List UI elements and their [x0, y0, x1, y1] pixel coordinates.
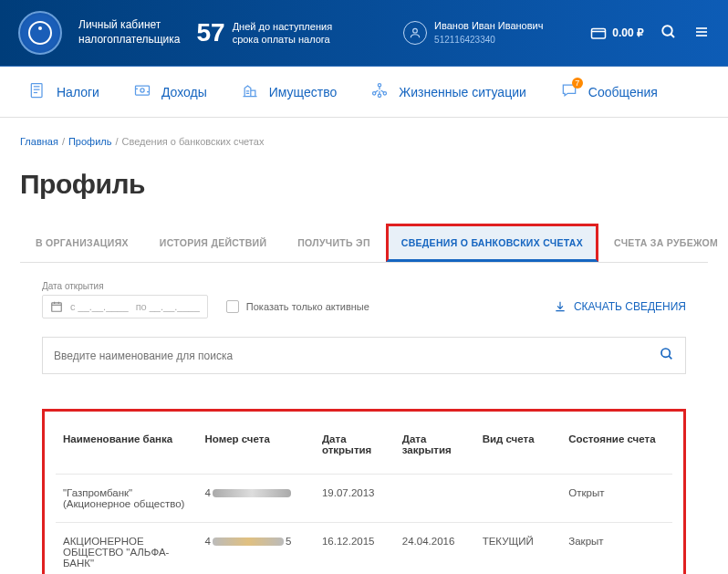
search-input[interactable]	[54, 350, 660, 362]
user-id: 512116423340	[434, 34, 543, 47]
search-submit[interactable]	[660, 347, 674, 364]
date-range-input[interactable]: с __.__.____ по __.__.____	[42, 295, 208, 318]
nav-taxes-label: Налоги	[57, 85, 99, 99]
table-row: "Газпромбанк" (Акционерное общество) 4 1…	[56, 475, 672, 523]
acct-prefix: 4	[204, 487, 210, 498]
th-open: Дата открытия	[315, 424, 395, 475]
menu-button[interactable]	[693, 25, 710, 42]
messages-icon: 7	[559, 81, 579, 102]
th-account: Номер счета	[197, 424, 314, 475]
cabinet-line2: налогоплательщика	[78, 33, 180, 47]
tax-countdown: 57 Дней до наступления срока оплаты нало…	[196, 18, 332, 47]
svg-point-0	[413, 28, 418, 33]
calendar-icon	[50, 300, 63, 313]
table-row: АКЦИОНЕРНОЕ ОБЩЕСТВО "АЛЬФА-БАНК" 45 16.…	[56, 523, 672, 575]
date-from: с __.__.____	[70, 301, 129, 312]
hamburger-icon	[693, 25, 710, 39]
nav-messages[interactable]: 7 Сообщения	[543, 67, 674, 117]
search-icon	[660, 24, 677, 40]
countdown-line2: срока оплаты налога	[233, 33, 332, 46]
cell-bank: "Газпромбанк" (Акционерное общество)	[56, 475, 197, 523]
fns-logo	[18, 11, 62, 55]
accounts-table: Наименование банка Номер счета Дата откр…	[56, 424, 672, 574]
main-nav: Налоги Доходы Имущество Жизненные ситуац…	[0, 67, 728, 118]
situations-icon	[369, 81, 390, 102]
nav-property-label: Имущество	[269, 85, 337, 99]
user-icon	[403, 21, 427, 45]
tab-abroad[interactable]: СЧЕТА ЗА РУБЕЖОМ	[598, 224, 728, 262]
th-close: Дата закрытия	[395, 424, 475, 475]
accounts-table-wrap: Наименование банка Номер счета Дата откр…	[42, 409, 686, 574]
checkbox-icon	[226, 300, 239, 313]
svg-point-12	[140, 89, 144, 92]
page-title: Профиль	[20, 169, 708, 200]
svg-line-24	[669, 356, 671, 359]
cell-close: 24.04.2016	[395, 523, 475, 575]
acct-suffix: 5	[286, 536, 291, 547]
filters-row: Дата открытия с __.__.____ по __.__.____…	[20, 276, 708, 331]
top-header: Личный кабинет налогоплательщика 57 Дней…	[0, 0, 728, 67]
profile-tabs: В ОРГАНИЗАЦИЯХ ИСТОРИЯ ДЕЙСТВИЙ ПОЛУЧИТЬ…	[20, 224, 708, 263]
cell-open: 19.07.2013	[315, 475, 395, 523]
cell-type: ТЕКУЩИЙ	[475, 523, 562, 575]
th-status: Состояние счета	[561, 424, 672, 475]
cell-status: Открыт	[561, 475, 672, 523]
cabinet-line1: Личный кабинет	[78, 18, 180, 33]
nav-income-label: Доходы	[161, 85, 207, 99]
user-info: Иванов Иван Иванович 512116423340	[434, 19, 543, 46]
svg-point-23	[661, 349, 670, 357]
search-box	[42, 337, 686, 374]
date-filter-label: Дата открытия	[42, 281, 208, 291]
cell-close	[395, 475, 475, 523]
cell-status: Закрыт	[561, 523, 672, 575]
property-icon	[240, 81, 260, 102]
tab-history[interactable]: ИСТОРИЯ ДЕЙСТВИЙ	[144, 224, 282, 262]
tab-bank-accounts[interactable]: СВЕДЕНИЯ О БАНКОВСКИХ СЧЕТАХ	[386, 224, 598, 262]
search-button[interactable]	[660, 24, 677, 43]
nav-messages-label: Сообщения	[588, 85, 658, 99]
svg-point-15	[379, 84, 381, 87]
breadcrumb: Главная/Профиль/Сведения о банковских сч…	[20, 136, 708, 147]
income-icon	[132, 81, 152, 102]
acct-prefix: 4	[204, 536, 210, 547]
tab-get-ep[interactable]: ПОЛУЧИТЬ ЭП	[282, 224, 385, 262]
countdown-label: Дней до наступления срока оплаты налога	[233, 20, 332, 47]
cabinet-title: Личный кабинет налогоплательщика	[78, 18, 180, 47]
nav-property[interactable]: Имущество	[224, 67, 353, 117]
balance-amount: 0.00 ₽	[612, 26, 644, 39]
download-label: СКАЧАТЬ СВЕДЕНИЯ	[574, 300, 686, 313]
nav-situations[interactable]: Жизненные ситуации	[353, 67, 543, 117]
search-icon	[660, 347, 674, 361]
svg-point-2	[662, 26, 672, 36]
messages-badge: 7	[572, 78, 583, 89]
svg-point-18	[379, 94, 381, 97]
balance-display[interactable]: 0.00 ₽	[590, 26, 644, 39]
th-type: Вид счета	[475, 424, 562, 475]
date-to: по __.__.____	[136, 301, 200, 312]
svg-rect-7	[31, 84, 42, 98]
redacted-icon	[213, 489, 291, 497]
wallet-icon	[590, 26, 607, 39]
cell-account: 4	[197, 475, 314, 523]
taxes-icon	[27, 81, 47, 102]
active-only-toggle[interactable]: Показать только активные	[226, 300, 369, 318]
download-icon	[554, 300, 567, 313]
cell-bank: АКЦИОНЕРНОЕ ОБЩЕСТВО "АЛЬФА-БАНК"	[56, 523, 197, 575]
nav-income[interactable]: Доходы	[116, 67, 224, 117]
breadcrumb-home[interactable]: Главная	[20, 136, 58, 147]
redacted-icon	[213, 537, 284, 546]
svg-line-3	[671, 34, 674, 37]
tab-organizations[interactable]: В ОРГАНИЗАЦИЯХ	[20, 224, 144, 262]
active-only-label: Показать только активные	[246, 301, 369, 312]
nav-taxes[interactable]: Налоги	[11, 67, 116, 117]
th-bank: Наименование банка	[56, 424, 197, 475]
cell-type	[475, 475, 562, 523]
cell-account: 45	[197, 523, 314, 575]
download-link[interactable]: СКАЧАТЬ СВЕДЕНИЯ	[554, 300, 686, 318]
user-block[interactable]: Иванов Иван Иванович 512116423340	[403, 19, 543, 46]
countdown-number: 57	[196, 18, 224, 47]
breadcrumb-profile[interactable]: Профиль	[68, 136, 112, 147]
nav-situations-label: Жизненные ситуации	[399, 85, 526, 99]
svg-rect-19	[52, 303, 62, 311]
svg-rect-1	[592, 29, 606, 39]
